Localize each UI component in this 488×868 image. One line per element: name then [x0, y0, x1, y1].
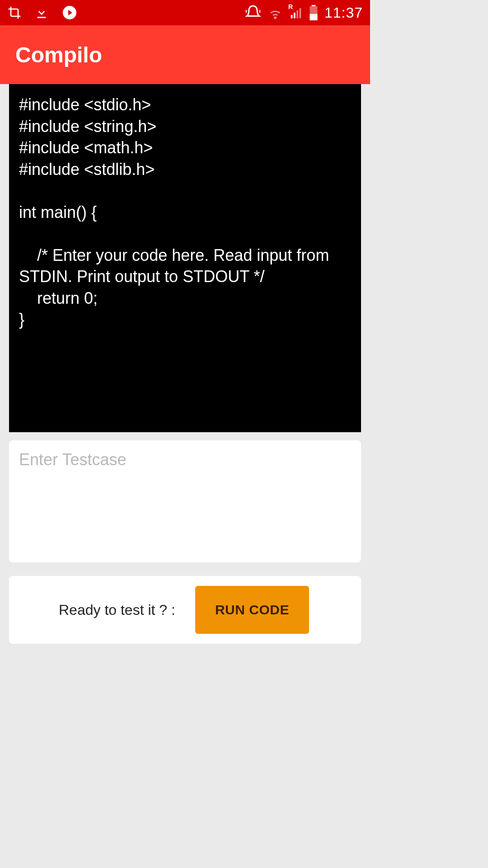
- code-editor[interactable]: [9, 84, 361, 432]
- svg-rect-5: [299, 8, 301, 19]
- svg-rect-8: [310, 14, 317, 20]
- wifi-icon: [267, 5, 283, 20]
- signal-roaming-label: R: [288, 3, 293, 10]
- status-time: 11:37: [324, 5, 363, 21]
- svg-rect-2: [291, 15, 293, 19]
- bell-vibrate-icon: [245, 5, 261, 21]
- run-card: Ready to test it ? : RUN CODE: [9, 576, 361, 644]
- svg-rect-6: [312, 5, 316, 6]
- status-bar: R 11:37: [0, 0, 370, 25]
- status-left-icons: [7, 5, 78, 21]
- signal-icon: R: [289, 6, 303, 19]
- battery-icon: [309, 5, 318, 20]
- status-right-icons: R 11:37: [245, 5, 363, 21]
- content-area: Ready to test it ? : RUN CODE: [0, 84, 370, 644]
- testcase-card: [9, 440, 361, 562]
- run-code-button[interactable]: RUN CODE: [195, 586, 309, 634]
- app-bar: Compilo: [0, 25, 370, 84]
- download-icon: [34, 5, 49, 20]
- play-circle-icon: [61, 5, 78, 21]
- svg-rect-3: [294, 13, 296, 19]
- run-prompt-label: Ready to test it ? :: [59, 602, 175, 618]
- crop-icon: [7, 5, 22, 20]
- testcase-input[interactable]: [19, 450, 351, 552]
- svg-rect-4: [296, 10, 298, 19]
- app-title: Compilo: [15, 42, 102, 67]
- svg-point-1: [275, 17, 276, 19]
